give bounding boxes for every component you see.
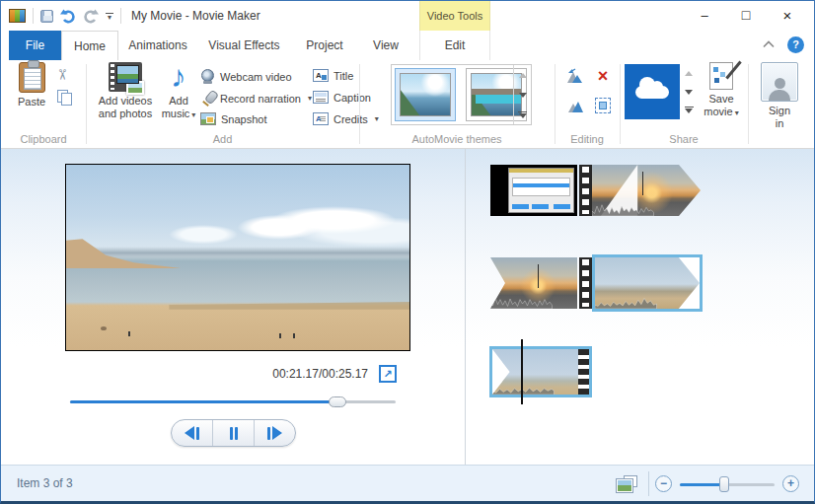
- copy-button[interactable]: [57, 90, 70, 104]
- microphone-icon: [200, 91, 215, 106]
- scene-shoreline: [169, 302, 409, 310]
- ribbon: Paste ✂ Clipboard Add videos and photos …: [1, 60, 814, 149]
- cut-icon: ✂: [55, 69, 69, 82]
- webcam-video-button[interactable]: Webcam video: [200, 69, 292, 84]
- group-label-clipboard: Clipboard: [1, 133, 86, 145]
- thumbnail-size-icon[interactable]: [617, 475, 637, 492]
- close-button[interactable]: ×: [767, 1, 808, 29]
- storyboard-clip-3-selected[interactable]: [592, 254, 703, 312]
- main-content: 00:21.17/00:25.17 ↗: [1, 149, 814, 465]
- rotate-right-button[interactable]: [564, 96, 586, 115]
- credits-button[interactable]: Credits ▾: [313, 112, 379, 125]
- theme-thumbnail: [400, 73, 451, 116]
- preview-video-frame: [66, 165, 409, 350]
- share-more-button[interactable]: [682, 101, 696, 119]
- tab-project[interactable]: Project: [291, 31, 358, 60]
- audio-waveform: [592, 201, 654, 216]
- separator: [648, 471, 649, 496]
- window-title: My Movie - Movie Maker: [131, 1, 260, 31]
- more-arrow-icon: [518, 111, 527, 118]
- select-all-button[interactable]: [592, 96, 614, 115]
- copy-icon: [57, 90, 70, 104]
- status-bar: Item 3 of 3 − +: [1, 465, 814, 501]
- redo-icon[interactable]: [83, 8, 99, 24]
- previous-frame-icon: [185, 426, 194, 440]
- playhead-indicator[interactable]: [521, 339, 523, 404]
- tab-home[interactable]: Home: [61, 31, 118, 60]
- snapshot-button[interactable]: Snapshot: [200, 112, 266, 125]
- title-icon: [313, 69, 329, 82]
- separator: [33, 8, 34, 24]
- automovie-theme-default[interactable]: [395, 68, 456, 121]
- scene-clouds: [66, 198, 409, 247]
- add-music-button[interactable]: ♪ Add music▾: [159, 62, 198, 121]
- filmstrip-separator: [579, 257, 592, 309]
- seek-bar[interactable]: [70, 400, 396, 403]
- fullscreen-button[interactable]: ↗: [379, 365, 397, 383]
- group-label-automovie: AutoMovie themes: [359, 133, 555, 145]
- paste-icon: [19, 62, 45, 93]
- seek-bar-handle[interactable]: [329, 396, 346, 407]
- save-icon[interactable]: [40, 10, 53, 23]
- help-button[interactable]: ?: [787, 36, 804, 53]
- gallery-scroll-up[interactable]: [514, 65, 531, 85]
- zoom-in-button[interactable]: +: [782, 475, 799, 492]
- sign-in-button[interactable]: Signin: [756, 62, 803, 130]
- storyboard-clip-3-continued-selected[interactable]: [489, 346, 592, 397]
- tab-view[interactable]: View: [358, 31, 413, 60]
- quick-access-toolbar: ▾: [9, 1, 121, 31]
- save-movie-icon: [709, 62, 733, 90]
- dropdown-icon: ▾: [375, 114, 379, 123]
- down-arrow-icon: [519, 93, 527, 98]
- more-arrow-icon: [685, 107, 694, 113]
- caption-button[interactable]: Caption: [313, 91, 371, 104]
- cut-button[interactable]: ✂: [56, 68, 69, 82]
- tab-animations[interactable]: Animations: [118, 31, 197, 60]
- undo-icon[interactable]: [60, 8, 76, 24]
- share-scroll-up[interactable]: [682, 64, 696, 83]
- storyboard-clip-2[interactable]: [592, 165, 701, 216]
- snapshot-icon: [200, 112, 216, 125]
- zoom-slider[interactable]: [680, 483, 775, 486]
- rotate-left-button[interactable]: [564, 66, 586, 86]
- next-frame-button[interactable]: [254, 420, 295, 446]
- tab-visual-effects[interactable]: Visual Effects: [197, 31, 291, 60]
- add-videos-button[interactable]: Add videos and photos: [92, 62, 159, 120]
- customize-toolbar-dropdown-icon[interactable]: ▾: [106, 13, 113, 20]
- dropdown-icon: ▾: [308, 94, 312, 103]
- minimize-button[interactable]: –: [684, 1, 725, 29]
- zoom-out-button[interactable]: −: [655, 475, 672, 492]
- tab-edit[interactable]: Edit: [419, 31, 490, 60]
- group-separator: [555, 64, 556, 144]
- music-note-icon: ♪: [171, 62, 186, 92]
- paste-button[interactable]: Paste: [10, 62, 53, 108]
- previous-frame-button[interactable]: [172, 420, 212, 446]
- gallery-more-button[interactable]: [514, 105, 531, 124]
- record-narration-button[interactable]: Record narration ▾: [200, 91, 312, 106]
- up-arrow-icon: [519, 73, 527, 78]
- storyboard-clip-2-continued[interactable]: [490, 257, 577, 309]
- title-button[interactable]: Title: [313, 69, 353, 82]
- pause-icon: [230, 427, 233, 440]
- share-scroll-down[interactable]: [682, 83, 696, 102]
- movie-maker-window: ▾ My Movie - Movie Maker Video Tools – □…: [0, 0, 815, 504]
- zoom-slider-handle[interactable]: [719, 476, 729, 492]
- storyboard-clip-1[interactable]: [490, 165, 577, 216]
- app-icon[interactable]: [9, 9, 26, 23]
- select-all-icon: [595, 98, 611, 113]
- preview-monitor[interactable]: [65, 164, 410, 351]
- gallery-scroll-down[interactable]: [514, 85, 531, 105]
- remove-button[interactable]: ×: [592, 66, 614, 86]
- group-separator: [86, 64, 87, 144]
- pause-button[interactable]: [212, 420, 254, 446]
- scene-figure: [293, 333, 295, 338]
- share-onedrive-button[interactable]: [625, 64, 680, 119]
- scene-mountains: [66, 247, 409, 257]
- item-count-text: Item 3 of 3: [17, 466, 73, 501]
- save-movie-button[interactable]: Save movie▾: [700, 62, 743, 119]
- credits-icon: [313, 112, 329, 125]
- maximize-button[interactable]: □: [725, 1, 767, 29]
- collapse-ribbon-icon[interactable]: [763, 40, 775, 48]
- group-separator: [359, 64, 360, 144]
- tab-file[interactable]: File: [9, 31, 61, 60]
